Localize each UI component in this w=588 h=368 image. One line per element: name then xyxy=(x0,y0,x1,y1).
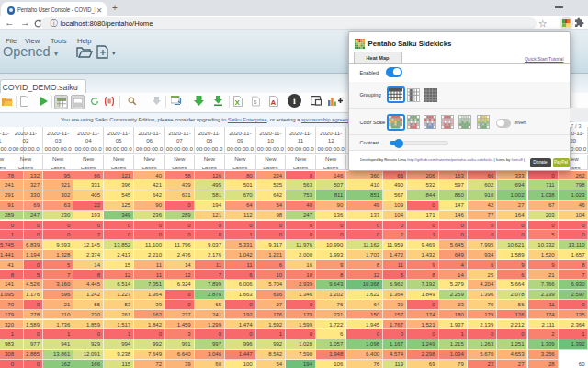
svg-text:X: X xyxy=(235,98,241,107)
svg-text:A: A xyxy=(271,98,277,107)
svg-text:s: s xyxy=(254,98,256,105)
